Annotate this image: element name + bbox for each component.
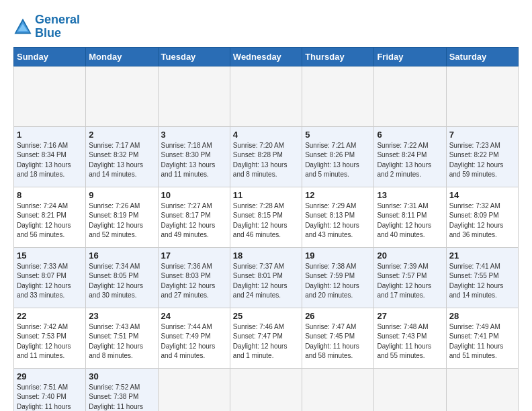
daylight: Daylight: 12 hours and 46 minutes. [233, 221, 299, 240]
day-number: 9 [89, 190, 154, 200]
calendar-cell: 20 Sunrise: 7:39 AM Sunset: 7:57 PM Dayl… [374, 247, 446, 308]
day-info: Sunrise: 7:49 AM Sunset: 7:41 PM Dayligh… [449, 322, 515, 361]
day-number: 7 [449, 130, 515, 140]
sunset: Sunset: 8:30 PM [161, 150, 227, 161]
calendar-cell [446, 66, 518, 126]
sunset: Sunset: 8:05 PM [89, 271, 154, 281]
daylight: Daylight: 13 hours and 11 minutes. [161, 161, 227, 180]
calendar-week-4: 22 Sunrise: 7:42 AM Sunset: 7:53 PM Dayl… [14, 308, 519, 368]
day-number: 18 [233, 250, 299, 261]
daylight: Daylight: 12 hours and 59 minutes. [449, 161, 515, 180]
sunset: Sunset: 8:11 PM [377, 211, 443, 221]
sunrise: Sunrise: 7:42 AM [17, 322, 83, 332]
day-info: Sunrise: 7:44 AM Sunset: 7:49 PM Dayligh… [161, 322, 227, 361]
day-number: 13 [377, 190, 443, 200]
sunrise: Sunrise: 7:44 AM [161, 322, 227, 332]
daylight: Daylight: 12 hours and 4 minutes. [161, 342, 227, 361]
calendar-cell: 27 Sunrise: 7:48 AM Sunset: 7:43 PM Dayl… [374, 308, 446, 368]
sunset: Sunset: 8:07 PM [17, 271, 83, 281]
daylight: Daylight: 13 hours and 14 minutes. [89, 161, 154, 180]
calendar-cell: 12 Sunrise: 7:29 AM Sunset: 8:13 PM Dayl… [302, 187, 374, 247]
daylight: Daylight: 13 hours and 5 minutes. [305, 161, 371, 180]
daylight: Daylight: 11 hours and 55 minutes. [377, 342, 443, 361]
day-info: Sunrise: 7:20 AM Sunset: 8:28 PM Dayligh… [233, 141, 299, 180]
weekday-header-saturday: Saturday [446, 47, 518, 66]
sunrise: Sunrise: 7:28 AM [233, 201, 299, 212]
sunset: Sunset: 7:51 PM [89, 332, 154, 342]
calendar-cell: 17 Sunrise: 7:36 AM Sunset: 8:03 PM Dayl… [158, 247, 230, 308]
day-number: 19 [305, 250, 371, 261]
sunrise: Sunrise: 7:24 AM [17, 201, 83, 212]
sunrise: Sunrise: 7:52 AM [89, 383, 154, 393]
sunrise: Sunrise: 7:37 AM [233, 262, 299, 272]
daylight: Daylight: 12 hours and 20 minutes. [305, 281, 371, 301]
sunrise: Sunrise: 7:21 AM [305, 141, 371, 151]
day-number: 21 [449, 250, 515, 261]
calendar-cell: 11 Sunrise: 7:28 AM Sunset: 8:15 PM Dayl… [230, 187, 302, 247]
calendar-cell [158, 368, 230, 411]
day-number: 14 [449, 190, 515, 200]
calendar-cell [446, 368, 518, 411]
day-info: Sunrise: 7:52 AM Sunset: 7:38 PM Dayligh… [89, 383, 154, 411]
page-header: General Blue [13, 13, 519, 40]
sunset: Sunset: 8:28 PM [233, 150, 299, 161]
day-number: 11 [233, 190, 299, 200]
sunset: Sunset: 8:13 PM [305, 211, 371, 221]
calendar-cell: 5 Sunrise: 7:21 AM Sunset: 8:26 PM Dayli… [302, 126, 374, 187]
day-number: 15 [17, 250, 83, 261]
sunrise: Sunrise: 7:18 AM [161, 141, 227, 151]
calendar-week-5: 29 Sunrise: 7:51 AM Sunset: 7:40 PM Dayl… [14, 368, 519, 411]
weekday-header-row: SundayMondayTuesdayWednesdayThursdayFrid… [14, 47, 519, 66]
sunrise: Sunrise: 7:38 AM [305, 262, 371, 272]
calendar-cell: 13 Sunrise: 7:31 AM Sunset: 8:11 PM Dayl… [374, 187, 446, 247]
day-number: 17 [161, 250, 227, 261]
calendar-cell: 19 Sunrise: 7:38 AM Sunset: 7:59 PM Dayl… [302, 247, 374, 308]
daylight: Daylight: 13 hours and 18 minutes. [17, 161, 83, 180]
daylight: Daylight: 11 hours and 48 minutes. [17, 402, 83, 411]
daylight: Daylight: 11 hours and 45 minutes. [89, 402, 154, 411]
day-info: Sunrise: 7:31 AM Sunset: 8:11 PM Dayligh… [377, 201, 443, 240]
sunset: Sunset: 8:32 PM [89, 150, 154, 161]
sunset: Sunset: 7:38 PM [89, 392, 154, 402]
daylight: Daylight: 12 hours and 33 minutes. [17, 281, 83, 301]
day-info: Sunrise: 7:23 AM Sunset: 8:22 PM Dayligh… [449, 141, 515, 180]
day-number: 16 [89, 250, 154, 261]
sunrise: Sunrise: 7:29 AM [305, 201, 371, 212]
calendar-cell [374, 368, 446, 411]
day-info: Sunrise: 7:47 AM Sunset: 7:45 PM Dayligh… [305, 322, 371, 361]
day-info: Sunrise: 7:16 AM Sunset: 8:34 PM Dayligh… [17, 141, 83, 180]
sunset: Sunset: 7:57 PM [377, 271, 443, 281]
day-info: Sunrise: 7:27 AM Sunset: 8:17 PM Dayligh… [161, 201, 227, 240]
day-number: 26 [305, 311, 371, 321]
daylight: Daylight: 12 hours and 40 minutes. [377, 221, 443, 240]
calendar-cell: 8 Sunrise: 7:24 AM Sunset: 8:21 PM Dayli… [14, 187, 86, 247]
sunrise: Sunrise: 7:51 AM [17, 383, 83, 393]
day-number: 10 [161, 190, 227, 200]
sunset: Sunset: 8:26 PM [305, 150, 371, 161]
day-number: 27 [377, 311, 443, 321]
weekday-header-monday: Monday [86, 47, 158, 66]
daylight: Daylight: 12 hours and 1 minute. [233, 342, 299, 361]
weekday-header-friday: Friday [374, 47, 446, 66]
day-info: Sunrise: 7:24 AM Sunset: 8:21 PM Dayligh… [17, 201, 83, 240]
calendar-cell: 18 Sunrise: 7:37 AM Sunset: 8:01 PM Dayl… [230, 247, 302, 308]
logo-subtext: Blue [35, 27, 80, 40]
sunset: Sunset: 8:22 PM [449, 150, 515, 161]
daylight: Daylight: 12 hours and 30 minutes. [89, 281, 154, 301]
day-number: 22 [17, 311, 83, 321]
sunrise: Sunrise: 7:23 AM [449, 141, 515, 151]
calendar-cell: 23 Sunrise: 7:43 AM Sunset: 7:51 PM Dayl… [86, 308, 158, 368]
day-info: Sunrise: 7:41 AM Sunset: 7:55 PM Dayligh… [449, 262, 515, 301]
daylight: Daylight: 12 hours and 17 minutes. [377, 281, 443, 301]
daylight: Daylight: 12 hours and 43 minutes. [305, 221, 371, 240]
day-info: Sunrise: 7:38 AM Sunset: 7:59 PM Dayligh… [305, 262, 371, 301]
calendar-week-2: 8 Sunrise: 7:24 AM Sunset: 8:21 PM Dayli… [14, 187, 519, 247]
sunset: Sunset: 7:53 PM [17, 332, 83, 342]
sunset: Sunset: 8:03 PM [161, 271, 227, 281]
sunrise: Sunrise: 7:20 AM [233, 141, 299, 151]
day-info: Sunrise: 7:51 AM Sunset: 7:40 PM Dayligh… [17, 383, 83, 411]
day-info: Sunrise: 7:42 AM Sunset: 7:53 PM Dayligh… [17, 322, 83, 361]
day-info: Sunrise: 7:29 AM Sunset: 8:13 PM Dayligh… [305, 201, 371, 240]
day-number: 24 [161, 311, 227, 321]
sunrise: Sunrise: 7:48 AM [377, 322, 443, 332]
